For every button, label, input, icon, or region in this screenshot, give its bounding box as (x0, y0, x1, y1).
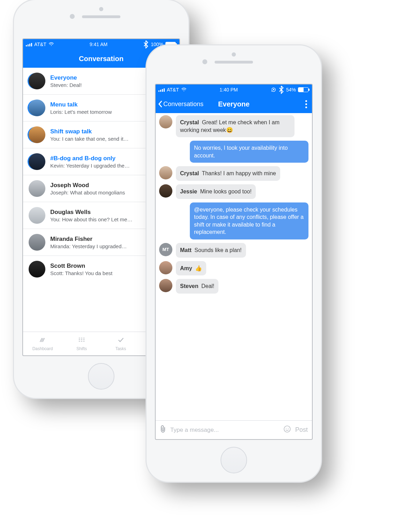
svg-rect-5 (81, 339, 82, 340)
received-message: MTMatt Sounds like a plan! (159, 243, 308, 258)
battery-icon (298, 87, 308, 92)
tab-icon (117, 336, 125, 345)
phone-front-camera (70, 14, 75, 19)
status-left: AT&T (26, 42, 54, 47)
emoji-icon[interactable] (283, 425, 291, 435)
status-time: 1:40 PM (219, 87, 238, 93)
svg-rect-2 (79, 339, 80, 340)
phone-speaker-slot (82, 15, 120, 18)
message-bubble[interactable]: No worries, I took your availability int… (190, 141, 308, 163)
message-text: No worries, I took your availability int… (194, 145, 288, 158)
signal-icon (26, 42, 32, 46)
page-title: Conversation (79, 55, 124, 63)
nav-bar: Conversations Everyone (156, 95, 312, 113)
status-battery-pct: 54% (286, 87, 296, 93)
avatar (29, 126, 45, 143)
svg-point-11 (184, 90, 184, 91)
tab-label: Tasks (115, 346, 126, 351)
wifi-icon (181, 87, 187, 92)
avatar (29, 234, 45, 251)
svg-rect-1 (79, 338, 80, 339)
page-title: Everyone (218, 100, 249, 108)
message-composer: Post (156, 420, 312, 439)
status-bar: AT&T 9:41 AM 100% (23, 39, 179, 50)
message-bubble[interactable]: Crystal Thanks! I am happy with mine (176, 166, 280, 181)
phone-speaker-slot (215, 61, 253, 64)
tab-label: Shifts (76, 346, 87, 351)
avatar (29, 261, 45, 278)
received-message: Steven Deal! (159, 279, 308, 294)
bluetooth-icon (143, 42, 149, 47)
received-message: Amy 👍 (159, 261, 308, 276)
sent-message: @everyone, please check your schedules t… (159, 202, 308, 239)
avatar (159, 261, 172, 274)
message-sender: Crystal (180, 170, 199, 176)
received-message: Crystal Thanks! I am happy with mine (159, 166, 308, 181)
status-time: 9:41 AM (90, 42, 107, 47)
avatar (29, 180, 45, 197)
post-button[interactable]: Post (295, 426, 308, 434)
received-message: Crystal Great! Let me check when I am wo… (159, 115, 308, 137)
more-button[interactable] (305, 95, 307, 113)
message-input[interactable] (170, 427, 279, 434)
more-vertical-icon (305, 100, 307, 108)
svg-rect-6 (81, 341, 82, 342)
signal-icon (158, 88, 165, 92)
avatar (29, 73, 45, 89)
status-carrier: AT&T (34, 42, 46, 47)
message-bubble[interactable]: Jessie Mine looks good too! (176, 184, 256, 199)
message-sender: Steven (180, 283, 198, 289)
attachment-icon[interactable] (160, 425, 166, 435)
svg-point-0 (51, 45, 52, 46)
avatar (29, 99, 45, 116)
tab-icon (38, 336, 47, 345)
status-left: AT&T (158, 87, 187, 93)
svg-rect-4 (81, 338, 82, 339)
message-bubble[interactable]: Crystal Great! Let me check when I am wo… (176, 115, 295, 137)
avatar (29, 153, 45, 170)
svg-point-13 (284, 426, 290, 432)
phone-camera-dot (99, 7, 103, 11)
wifi-icon (49, 42, 54, 47)
screen-chat: AT&T 1:40 PM (155, 84, 313, 440)
home-button[interactable] (88, 363, 114, 390)
tab-icon (77, 336, 86, 345)
avatar (29, 207, 45, 224)
avatar (159, 184, 172, 198)
message-text: Mine looks good too! (200, 189, 252, 194)
message-text: @everyone, please check your schedules t… (194, 207, 304, 235)
message-text: Deal! (201, 283, 214, 289)
message-bubble[interactable]: Steven Deal! (176, 279, 218, 294)
svg-rect-7 (83, 338, 85, 339)
svg-point-15 (288, 428, 289, 429)
back-button[interactable]: Conversations (158, 95, 203, 113)
message-sender: Crystal (180, 119, 199, 125)
back-label: Conversations (163, 101, 203, 108)
bluetooth-icon (278, 87, 284, 92)
message-bubble[interactable]: Amy 👍 (176, 261, 206, 276)
phone-right: AT&T 1:40 PM (147, 45, 321, 482)
received-message: Jessie Mine looks good too! (159, 184, 308, 199)
status-bar: AT&T 1:40 PM (156, 84, 312, 95)
home-button[interactable] (221, 447, 247, 473)
chat-thread[interactable]: Crystal Great! Let me check when I am wo… (156, 113, 312, 420)
tab-label: Dashboard (32, 346, 53, 351)
message-bubble[interactable]: Matt Sounds like a plan! (176, 243, 246, 258)
avatar: MT (159, 243, 172, 256)
message-text: Thanks! I am happy with mine (202, 170, 276, 176)
svg-rect-9 (83, 341, 85, 342)
sent-message: No worries, I took your availability int… (159, 141, 308, 163)
status-right: 54% (271, 87, 308, 93)
message-bubble[interactable]: @everyone, please check your schedules t… (190, 202, 308, 239)
orientation-lock-icon (271, 87, 276, 92)
tab-shifts[interactable]: Shifts (62, 332, 101, 355)
message-sender: Amy (180, 265, 192, 271)
svg-rect-12 (273, 89, 274, 90)
tab-dashboard[interactable]: Dashboard (23, 332, 62, 355)
svg-point-14 (286, 428, 286, 429)
avatar (159, 166, 172, 179)
svg-rect-8 (83, 339, 85, 340)
message-text: Sounds like a plan! (194, 247, 241, 253)
tab-tasks[interactable]: Tasks (101, 332, 140, 355)
avatar (159, 279, 172, 292)
